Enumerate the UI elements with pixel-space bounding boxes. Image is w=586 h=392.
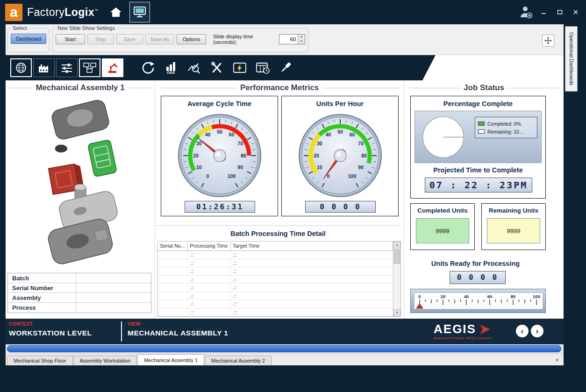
- svg-text:20: 20: [441, 294, 446, 299]
- svg-text:80: 80: [361, 153, 367, 158]
- average-cycle-time-panel: Average Cycle Time 01020304050607080901: [161, 96, 278, 216]
- logo-letter: a: [10, 4, 18, 20]
- context-divider: [121, 321, 122, 342]
- maximize-button[interactable]: [555, 7, 565, 17]
- tools-setup-view-button[interactable]: [274, 57, 297, 78]
- context-bar: CONTEXT WORKSTATION LEVEL VIEW MECHANICA…: [6, 319, 564, 344]
- move-dashboard-button[interactable]: [542, 35, 554, 47]
- column-header-processing-time[interactable]: Processing Time: [188, 242, 231, 250]
- table-row[interactable]: .:: .::: [158, 259, 393, 268]
- table-row[interactable]: .:: .::: [158, 276, 393, 284]
- cell-target-time: .::: [231, 284, 393, 292]
- table-row[interactable]: .:: .::: [158, 292, 393, 300]
- cycle-time-readout: 01:26:31: [185, 201, 255, 213]
- cell-serial: [158, 276, 188, 284]
- operational-dashboards-tab[interactable]: Operational Dashboards: [565, 26, 578, 92]
- cell-serial: [158, 267, 188, 275]
- maintenance-view-button[interactable]: [206, 57, 228, 78]
- cell-processing-time: .::: [188, 259, 231, 267]
- tab-assembly-workstation[interactable]: Assembly Workstation: [73, 356, 137, 365]
- svg-text:100: 100: [228, 173, 236, 179]
- tab-close-icon[interactable]: ×: [555, 356, 559, 363]
- scrollbar-thumb[interactable]: [394, 249, 400, 264]
- legend-swatch: [478, 121, 485, 126]
- column-header-serial[interactable]: Serial Nu...: [158, 242, 188, 250]
- table-row[interactable]: .:: .::: [158, 300, 393, 308]
- options-button[interactable]: Options: [177, 34, 206, 44]
- chart-analysis-view-button[interactable]: [183, 57, 205, 78]
- spinner-up-icon[interactable]: ▲: [298, 35, 305, 39]
- save-as-button[interactable]: Save As: [145, 34, 175, 44]
- close-button[interactable]: [571, 7, 580, 17]
- spinner-down-icon[interactable]: ▼: [298, 39, 305, 44]
- start-button[interactable]: Start: [56, 34, 85, 44]
- factory-dashboard-button[interactable]: [33, 58, 55, 77]
- brand-name: FactoryLogix™: [27, 6, 99, 19]
- legend-row: Remaining: 10...: [478, 128, 534, 135]
- minimize-button[interactable]: [539, 7, 549, 17]
- user-logout-button[interactable]: [519, 5, 533, 19]
- workstation-dashboard-button[interactable]: [79, 58, 100, 77]
- tab-mechanical-assembly-2[interactable]: Mechanical Assembly 2: [205, 356, 272, 365]
- dashboard-button[interactable]: Dashboard: [11, 34, 46, 44]
- batch-table-body: .:: .:: .:: .::: [158, 251, 393, 316]
- cell-target-time: .::: [231, 251, 393, 259]
- projected-time-readout: 07 : 22 : 23PM: [425, 178, 532, 192]
- schedule-view-button[interactable]: [251, 57, 274, 78]
- left-panel-title: Mechanical Assembly 1: [36, 83, 124, 93]
- previous-slide-button[interactable]: ‹: [516, 325, 529, 337]
- scroll-down-icon[interactable]: ▼: [393, 309, 400, 316]
- robot-dashboard-button[interactable]: [102, 58, 123, 77]
- save-button[interactable]: Save: [116, 34, 143, 44]
- scroll-up-icon[interactable]: ▲: [393, 242, 400, 249]
- slideshow-settings-group: New Slide Show Settings Start Stop Save …: [52, 25, 308, 52]
- aegis-arrow-icon: [479, 323, 492, 335]
- power-view-button[interactable]: [229, 57, 251, 78]
- maximize-icon: [557, 9, 563, 15]
- slideshow-group-label: New Slide Show Settings: [57, 25, 115, 31]
- header-line: [322, 88, 400, 88]
- dashboard-icon-row: OEE: [6, 55, 564, 80]
- cell-target-time: .::: [231, 308, 393, 316]
- units-per-hour-readout: 0 0 0 0: [305, 201, 376, 213]
- dashboard-tab-bar: Mechanical Shop Floor Assembly Workstati…: [6, 354, 564, 365]
- table-row[interactable]: .:: .::: [158, 251, 393, 259]
- tab-mechanical-shop-floor[interactable]: Mechanical Shop Floor: [7, 356, 73, 365]
- oee-bars-icon: [164, 61, 178, 71]
- brand-regular: Factory: [27, 6, 64, 18]
- titlebar-right-controls: [519, 0, 580, 24]
- factory-icon: [37, 61, 51, 74]
- oee-view-button[interactable]: OEE: [160, 57, 182, 78]
- header-line: [159, 88, 236, 88]
- next-slide-button[interactable]: ›: [531, 325, 543, 337]
- home-button[interactable]: [109, 6, 123, 19]
- table-row[interactable]: .:: .::: [158, 308, 393, 317]
- info-row: Process: [8, 303, 151, 313]
- view-block: VIEW MECHANICAL ASSEMBLY 1: [128, 321, 228, 337]
- refresh-icon: [141, 60, 156, 75]
- global-dashboard-button[interactable]: [10, 58, 32, 77]
- job-status-panel: Job Status Percentage Complete: [404, 80, 564, 319]
- cell-target-time: .::: [231, 259, 393, 267]
- brand-trademark: ™: [94, 8, 99, 13]
- percentage-complete-title: Percentage Complete: [411, 100, 545, 107]
- tab-mechanical-assembly-1[interactable]: Mechanical Assembly 1: [137, 354, 204, 365]
- table-row[interactable]: .:: .::: [158, 267, 393, 276]
- slide-time-input[interactable]: [279, 35, 298, 44]
- completed-units-value: 9999: [416, 218, 469, 243]
- batch-table-scrollbar[interactable]: ▲ ▼: [393, 242, 400, 316]
- performance-metrics-panel: Performance Metrics Average Cycle Time: [155, 80, 404, 319]
- factorylogix-logo: a: [5, 4, 22, 21]
- cell-processing-time: .::: [188, 276, 231, 284]
- line-dashboard-button[interactable]: [56, 58, 78, 77]
- cell-processing-time: .::: [188, 284, 231, 292]
- units-per-hour-gauge: 0102030405060708090100: [293, 109, 387, 202]
- context-label: CONTEXT: [9, 321, 92, 327]
- horizontal-scrollbar-thumb[interactable]: [7, 345, 561, 352]
- table-row[interactable]: .:: .::: [158, 284, 393, 292]
- column-header-target-time[interactable]: Target Time: [231, 242, 393, 250]
- dashboards-view-button[interactable]: [129, 2, 150, 22]
- cell-serial: [158, 259, 188, 267]
- stop-button[interactable]: Stop: [87, 34, 114, 44]
- cycle-time-view-button[interactable]: [137, 57, 159, 78]
